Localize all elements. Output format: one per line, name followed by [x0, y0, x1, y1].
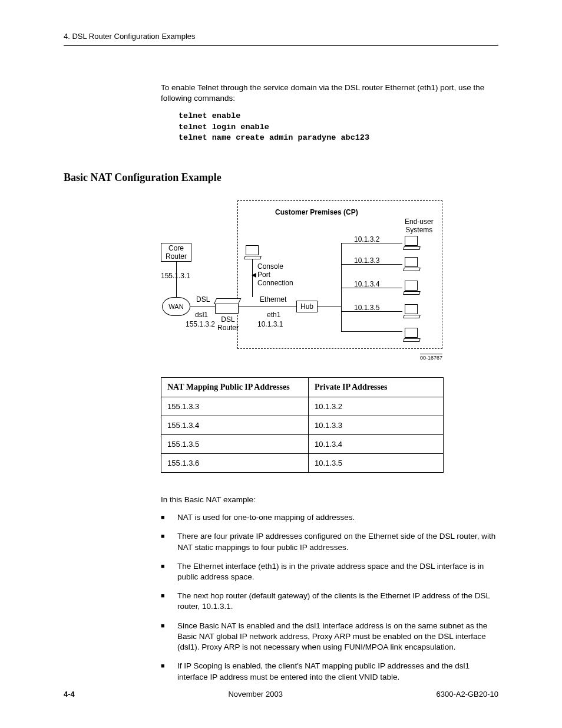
table-cell: 155.1.3.6 [161, 454, 309, 473]
page-footer: 4-4 November 2003 6300-A2-GB20-10 [64, 690, 498, 699]
table-cell: 10.1.3.2 [309, 397, 444, 416]
ethernet-label: Ethernet [260, 296, 286, 304]
line [190, 307, 215, 307]
code-block: telnet enable telnet login enable telnet… [178, 111, 498, 143]
list-item: Since Basic NAT is enabled and the dsl1 … [161, 621, 498, 653]
host-ip-3: 10.1.3.5 [354, 304, 379, 312]
eth1-ip: 10.1.3.1 [257, 321, 283, 329]
host-computer-icon [404, 304, 420, 318]
dsl1-label: dsl1 [195, 311, 208, 319]
table-cell: 155.1.3.5 [161, 435, 309, 454]
console-label: Console Port Connection [257, 263, 293, 287]
list-item: NAT is used for one-to-one mapping of ad… [161, 512, 498, 523]
line [176, 262, 177, 297]
line [318, 307, 341, 307]
example-intro: In this Basic NAT example: [161, 495, 498, 504]
dsl1-ip: 155.1.3.2 [186, 321, 215, 329]
footer-docid: 6300-A2-GB20-10 [436, 690, 498, 699]
line [252, 259, 253, 297]
dsl-router-label: DSL Router [217, 316, 239, 332]
table-cell: 10.1.3.4 [309, 435, 444, 454]
arrow-icon [252, 273, 256, 278]
table-row: 155.1.3.6 10.1.3.5 [161, 454, 444, 473]
table-cell: 155.1.3.3 [161, 397, 309, 416]
host-ip-1: 10.1.3.3 [354, 257, 379, 265]
table-header: Private IP Addresses [309, 378, 444, 397]
console-computer-icon [244, 245, 261, 259]
host-ip-2: 10.1.3.4 [354, 281, 379, 289]
table-row: 155.1.3.5 10.1.3.4 [161, 435, 444, 454]
list-item: The Ethernet interface (eth1) is in the … [161, 561, 498, 582]
list-item: If IP Scoping is enabled, the client's N… [161, 661, 498, 682]
page-number: 4-4 [64, 690, 75, 699]
diagram-id: 00-16767 [420, 354, 442, 361]
host-computer-icon [404, 328, 420, 342]
table-cell: 155.1.3.4 [161, 416, 309, 435]
hub-box: Hub [296, 301, 318, 312]
table-row: 155.1.3.3 10.1.3.2 [161, 397, 444, 416]
footer-date: November 2003 [228, 690, 283, 699]
eth1-label: eth1 [267, 311, 280, 319]
network-diagram: Customer Premises (CP) End-user Systems … [161, 200, 444, 361]
table-cell: 10.1.3.3 [309, 416, 444, 435]
core-router-box: Core Router [161, 243, 191, 262]
cp-title: Customer Premises (CP) [275, 209, 358, 217]
page-header: 4. DSL Router Configuration Examples [64, 32, 498, 46]
line [341, 243, 342, 331]
list-item: The next hop router (default gateway) of… [161, 591, 498, 612]
table-cell: 10.1.3.5 [309, 454, 444, 473]
host-ip-0: 10.1.3.2 [354, 236, 379, 244]
line [239, 307, 296, 307]
host-computer-icon [404, 236, 420, 250]
line [341, 331, 402, 332]
end-user-label: End-user Systems [405, 218, 434, 235]
list-item: There are four private IP addresses conf… [161, 531, 498, 552]
section-heading: Basic NAT Configuration Example [64, 172, 498, 184]
host-computer-icon [404, 257, 420, 271]
bullet-list: NAT is used for one-to-one mapping of ad… [161, 512, 498, 683]
dsl-label: DSL [196, 296, 210, 304]
table-header: NAT Mapping Public IP Addresses [161, 378, 309, 397]
host-computer-icon [404, 281, 420, 295]
dsl-router-icon [215, 303, 239, 314]
wan-cloud: WAN [162, 297, 190, 316]
intro-paragraph: To enable Telnet through the service dom… [161, 83, 498, 104]
nat-mapping-table: NAT Mapping Public IP Addresses Private … [161, 377, 444, 473]
table-row: 155.1.3.4 10.1.3.3 [161, 416, 444, 435]
